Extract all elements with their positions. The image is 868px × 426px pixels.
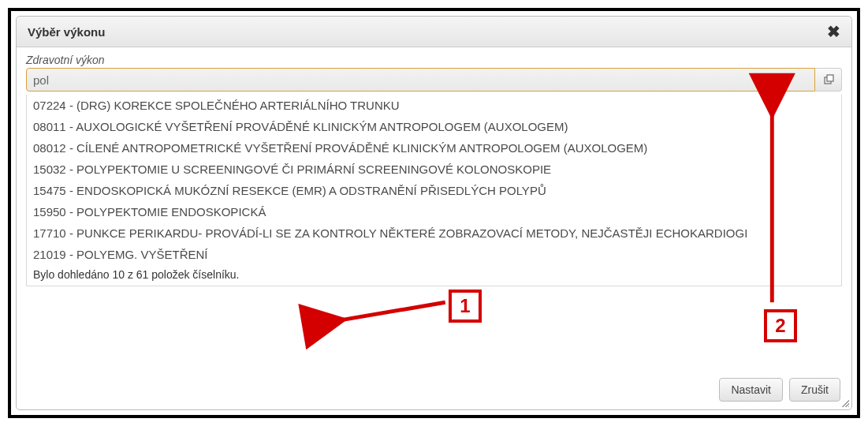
list-item[interactable]: 15475 - ENDOSKOPICKÁ MUKÓZNÍ RESEKCE (EM… [27,180,841,201]
list-item[interactable]: 15950 - POLYPEKTOMIE ENDOSKOPICKÁ [27,201,841,222]
autocomplete-dropdown: 07224 - (DRG) KOREKCE SPOLEČNÉHO ARTERIÁ… [26,95,842,286]
dropdown-status: Bylo dohledáno 10 z 61 položek číselníku… [27,265,841,286]
list-item[interactable]: 08012 - CÍLENÉ ANTROPOMETRICKÉ VYŠETŘENÍ… [27,137,841,159]
screenshot-frame: Výběr výkonu ✖ Zdravotní výkon 07224 - (… [8,8,860,418]
dialog-footer: Nastavit Zrušit [719,378,840,402]
list-item[interactable]: 21019 - POLYEMG. VYŠETŘENÍ [27,244,841,265]
search-input[interactable] [26,68,815,92]
list-item[interactable]: 17710 - PUNKCE PERIKARDU- PROVÁDÍ-LI SE … [27,222,841,244]
set-button[interactable]: Nastavit [719,378,783,402]
dialog-vyber-vykonu: Výběr výkonu ✖ Zdravotní výkon 07224 - (… [16,16,852,410]
list-item[interactable]: 08011 - AUXOLOGICKÉ VYŠETŘENÍ PROVÁDĚNÉ … [27,116,841,137]
dialog-title: Výběr výkonu [28,25,105,39]
dialog-header: Výběr výkonu ✖ [17,17,851,47]
list-item[interactable]: 07224 - (DRG) KOREKCE SPOLEČNÉHO ARTERIÁ… [27,95,841,116]
horizontal-scrollbar[interactable] [21,356,847,370]
field-label: Zdravotní výkon [26,54,842,66]
open-list-button[interactable] [815,68,842,92]
popup-icon [823,74,834,85]
close-icon[interactable]: ✖ [827,24,840,39]
search-row [26,68,842,92]
cancel-button[interactable]: Zrušit [789,378,840,402]
resize-grip[interactable] [839,397,850,408]
svg-rect-1 [827,75,833,81]
list-item[interactable]: 15032 - POLYPEKTOMIE U SCREENINGOVÉ ČI P… [27,159,841,180]
